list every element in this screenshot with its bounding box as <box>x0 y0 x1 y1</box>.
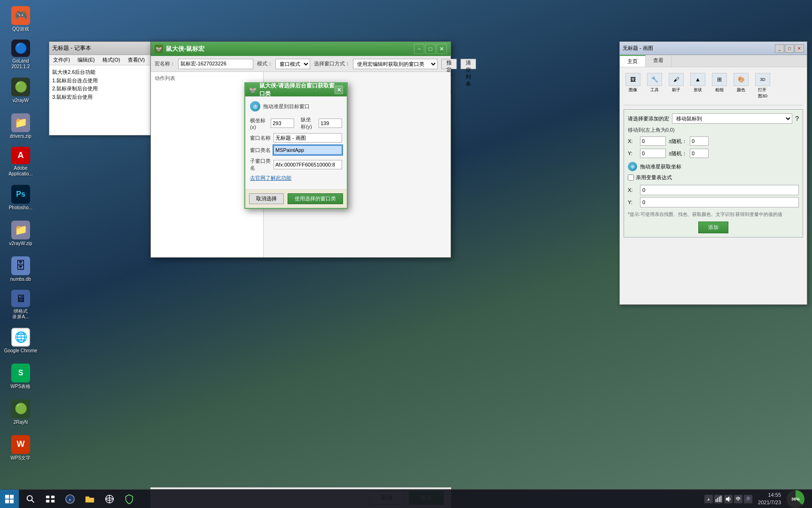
macro-toolbar: 宏名称： 模式： 窗口模式 选择窗口方式： 使用宏编辑时获取到的窗口类 指定窗口… <box>151 56 451 72</box>
macro-mode-select[interactable]: 窗口模式 <box>275 59 310 69</box>
desktop-icon-numbs[interactable]: 🗄 numbs.db <box>2 252 39 286</box>
clock-time: 14:55 <box>758 492 781 499</box>
rp-x-input[interactable] <box>640 136 666 146</box>
rp-tool-shape[interactable]: ▲ 形状 <box>688 71 707 101</box>
desktop-icon-v2rayzip[interactable]: 📁 v2rayW.zip <box>2 216 39 250</box>
macro-mode-label: 模式： <box>257 60 273 67</box>
learn-more-link[interactable]: 去官网了解此功能 <box>250 175 342 182</box>
desktop-icon-2rayn[interactable]: 🟢 2RayN <box>2 395 39 429</box>
image-icon: 🖼 <box>625 73 640 86</box>
wps-table-label: WPS表格 <box>11 384 31 389</box>
rp-tool-size[interactable]: ⊞ 粗细 <box>710 71 729 101</box>
taskbar-search-icon[interactable] <box>22 490 39 508</box>
sub-use-button[interactable]: 使用选择的窗口类 <box>288 193 343 204</box>
window-name-input[interactable] <box>273 133 342 143</box>
format-icon: 🖥 <box>11 290 30 307</box>
rp-titlebar[interactable]: 无标题 - 画图 _ □ ✕ <box>620 42 807 55</box>
rp-tool-brush[interactable]: 🖌 刷子 <box>667 71 686 101</box>
desktop-icon-adobe[interactable]: A AdobeApplicatio... <box>2 145 39 179</box>
macro-maximize-button[interactable]: □ <box>425 44 436 54</box>
macro-titlebar[interactable]: 🐭 鼠大侠-鼠标宏 − □ ✕ <box>151 42 451 56</box>
sub-window-class-input[interactable] <box>273 160 342 169</box>
sys-tray-net[interactable] <box>714 495 723 503</box>
sys-tray-sound[interactable] <box>724 495 733 503</box>
rp-macro-type-select[interactable]: 移动鼠标到 <box>672 113 792 124</box>
sys-tray-input[interactable]: 亦 <box>744 495 752 503</box>
sub-dialog-close-button[interactable]: ✕ <box>335 86 343 94</box>
taskbar-clock[interactable]: 14:55 2021/7/23 <box>753 492 786 506</box>
desktop-icon-photoshop[interactable]: Ps Photosho... <box>2 181 39 214</box>
macro-minimize-button[interactable]: − <box>414 44 424 54</box>
rp-close-button[interactable]: ✕ <box>795 44 804 53</box>
macro-name-input[interactable] <box>178 59 253 69</box>
svg-rect-14 <box>716 499 717 502</box>
shape-label: 形状 <box>694 87 702 93</box>
rp-coord-y-row: Y: <box>628 197 799 207</box>
rp-coord-y-input[interactable] <box>640 197 799 207</box>
window-class-input[interactable] <box>273 145 342 155</box>
format-label: 绑格式录屏A... <box>12 309 29 320</box>
rp-maximize-button[interactable]: □ <box>785 44 794 53</box>
rp-y-input[interactable] <box>640 149 666 158</box>
size-icon: ⊞ <box>712 73 727 86</box>
notepad-menu-edit[interactable]: 编辑(E) <box>76 56 97 64</box>
y-coord-input[interactable] <box>319 119 342 128</box>
open3d-label: 打开图3D <box>758 87 768 99</box>
numbs-icon: 🗄 <box>11 256 30 275</box>
sub-drag-row: ⊕ 拖动准星到目标窗口 <box>250 101 342 111</box>
notepad-menu-view[interactable]: 查看(V) <box>126 56 147 64</box>
rp-window-buttons: _ □ ✕ <box>775 44 804 53</box>
macro-specify-button[interactable]: 指定窗口类 <box>441 59 457 69</box>
taskbar-security-icon[interactable] <box>120 490 138 508</box>
rp-random-x-input[interactable] <box>690 136 709 146</box>
macro-clear-button[interactable]: 清空列表 <box>461 59 476 69</box>
desktop-icon-format[interactable]: 🖥 绑格式录屏A... <box>2 288 39 322</box>
desktop-icon-v2ray[interactable]: 🟢 v2rayW <box>2 73 39 107</box>
notepad-menu-file[interactable]: 文件(F) <box>51 56 72 64</box>
goland-icon: 🔵 <box>11 40 30 57</box>
taskbar-network-icon[interactable] <box>101 490 118 508</box>
desktop-icon-wps-table[interactable]: S WPS表格 <box>2 359 39 393</box>
rp-coord-x-row: X: <box>628 185 799 195</box>
tools-icon: 🔧 <box>647 73 662 86</box>
macro-select-method-select[interactable]: 使用宏编辑时获取到的窗口类 <box>353 59 437 69</box>
sub-dialog-titlebar[interactable]: 🐭 鼠大侠-请选择后台窗口获取窗口类 ✕ <box>245 83 347 96</box>
x-coord-input[interactable] <box>271 119 294 128</box>
sys-tray-arrow[interactable]: ▲ <box>704 495 713 503</box>
desktop-icon-drivers[interactable]: 📁 drivers.zip <box>2 109 39 143</box>
photoshop-icon: Ps <box>11 185 30 204</box>
window-class-label: 窗口类名 <box>250 147 271 154</box>
svg-rect-2 <box>5 499 9 503</box>
rp-tool-tools[interactable]: 🔧 工具 <box>645 71 664 101</box>
desktop-icon-chrome[interactable]: 🌐 Google Chrome <box>2 324 39 357</box>
sys-tray-ime[interactable]: 中 <box>734 495 742 503</box>
rp-macro-help-icon[interactable]: ? <box>795 115 799 122</box>
rayn-icon: 🟢 <box>11 399 30 418</box>
rp-expression-checkbox[interactable] <box>628 175 634 181</box>
sub-cancel-button[interactable]: 取消选择 <box>249 193 284 204</box>
rp-tool-color[interactable]: 🎨 颜色 <box>732 71 750 101</box>
desktop-icon-wps-word[interactable]: W WPS文字 <box>2 431 39 465</box>
sub-window-class-label: 子窗口类名 <box>250 158 271 172</box>
taskbar-start-button[interactable] <box>0 490 19 508</box>
chrome-icon: 🌐 <box>11 328 30 347</box>
taskbar-browser-icon[interactable]: e <box>61 490 79 508</box>
rp-minimize-button[interactable]: _ <box>775 44 784 53</box>
rp-tool-open3d[interactable]: 3D 打开图3D <box>753 71 772 101</box>
ps-label: Photosho... <box>9 205 33 211</box>
macro-close-button[interactable]: ✕ <box>437 44 447 54</box>
notepad-menu-format[interactable]: 格式(O) <box>101 56 122 64</box>
taskbar-file-explorer-icon[interactable] <box>81 490 99 508</box>
desktop-icon-qq[interactable]: 🎮 QQ游戏 <box>2 2 39 36</box>
rp-tab-main[interactable]: 主页 <box>620 55 646 67</box>
rp-tab-view[interactable]: 查看 <box>646 55 671 67</box>
macro-select-method-label: 选择窗口方式： <box>314 60 350 67</box>
taskbar-task-view-icon[interactable] <box>41 490 59 508</box>
qq-icon: 🎮 <box>11 6 30 25</box>
rp-random-y-input[interactable] <box>690 149 709 158</box>
rp-coord-x-input[interactable] <box>640 185 799 195</box>
rp-add-button[interactable]: 添加 <box>698 222 728 233</box>
rp-tool-image[interactable]: 🖼 图像 <box>624 71 642 101</box>
desktop-icon-goland[interactable]: 🔵 GoLand2021.1.2 <box>2 38 39 71</box>
adobe-icon: A <box>11 147 30 164</box>
